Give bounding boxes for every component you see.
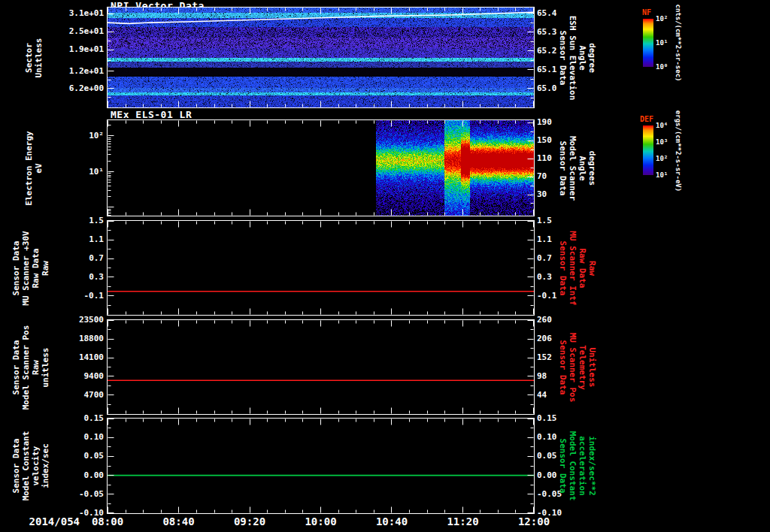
panel-5-plot: [107, 418, 535, 514]
panel-3-right-axis-title-text: Raw Raw Data MU Scanner Intf Sensor Data: [558, 231, 597, 305]
nf-colorbar-tick-label: 10⁰: [656, 63, 678, 71]
panel-4-y-tick-label: 9400: [44, 372, 104, 381]
panel-4-right-axis-title: Unitless Telemetry MU Scanner Pos Sensor…: [553, 320, 602, 414]
panel-3-left-axis-title-text: Sensor Data MU Scanner +30V Raw Data Raw: [11, 231, 50, 305]
x-tick-label: 10:40: [369, 516, 414, 527]
panel-5-y-tick-label: 0.05: [44, 452, 104, 461]
panel-4-right-axis-title-text: Unitless Telemetry MU Scanner Pos Sensor…: [558, 332, 597, 402]
panel-4-left-axis-title: Sensor Data Model Scanner Pos Raw unitle…: [9, 320, 53, 414]
nf-colorbar-tick-label: 10¹: [656, 39, 678, 47]
x-tick-label: 09:20: [227, 516, 272, 527]
panel-1-y-tick-label: 6.2e+00: [44, 84, 104, 93]
panel-3-y-tick-label: 1.1: [44, 235, 104, 244]
panel-3-y-tick-label: 1.5: [44, 216, 104, 225]
panel-3-y-tick-label: -0.1: [44, 292, 104, 301]
x-tick-label: 10:00: [299, 516, 344, 527]
panel-5-y-tick-label: 0.00: [44, 471, 104, 480]
panel-3-y-tick-label: 0.7: [44, 254, 104, 263]
x-tick-label: 11:20: [441, 516, 486, 527]
nf-colorbar-gradient: [643, 19, 653, 67]
panel-5-left-axis-title-text: Sensor Data Model Constant velocity inde…: [11, 431, 50, 501]
panel-3-y-tick-label: 0.3: [44, 273, 104, 282]
date-label: 2014/054: [14, 516, 80, 527]
panel-2-title: MEx ELS-01 LR: [111, 109, 192, 120]
panel-2-y-tick-label: 10¹: [44, 168, 104, 177]
panel-4-y-tick-label: 23500: [44, 316, 104, 325]
def-colorbar-tick-label: 10²: [656, 155, 678, 162]
panel-3-plot: [107, 220, 535, 316]
cdf-plot-screen: NPI Vector Data MEx ELS-01 LR NF cnts/(c…: [0, 0, 770, 532]
panel-5-right-axis-title-text: index/sec**2 acceleration Model Constant…: [558, 431, 597, 501]
panel-1-y-tick-label: 2.5e+01: [44, 27, 104, 36]
panel-1-right-axis-title-text: degree Angle ESH Sun Elevation Sensor Da…: [558, 15, 597, 100]
panel-4-y-tick-label: 14100: [44, 353, 104, 362]
panel-2-right-axis-title: degrees Angle Model Scanner Sensor Data: [553, 120, 602, 216]
x-tick-label: 12:00: [511, 516, 556, 527]
panel-2-left-axis-title: Electron Energy eV: [20, 120, 48, 216]
nf-colorbar-tick-label: 10²: [656, 15, 678, 23]
panel-2-spectrogram: [107, 119, 535, 216]
panel-2-y-tick-label: 10²: [44, 131, 104, 141]
panel-2-left-axis-title-text: Electron Energy eV: [24, 131, 44, 205]
panel-4-y-tick-label: 18800: [44, 334, 104, 343]
panel-1-y-tick-label: 1.9e+01: [44, 45, 104, 54]
x-tick-label: 08:40: [156, 516, 202, 527]
panel-5-y-tick-label: 0.15: [44, 414, 104, 423]
panel-1-left-axis-title-text: Sector Unitless: [24, 38, 44, 77]
panel-3-left-axis-title: Sensor Data MU Scanner +30V Raw Data Raw: [9, 221, 53, 315]
panel-1-left-axis-title: Sector Unitless: [20, 8, 48, 107]
def-colorbar-gradient: [643, 125, 653, 175]
def-colorbar-tick-label: 10³: [656, 138, 678, 146]
def-colorbar-tick-label: 10¹: [656, 171, 678, 179]
panel-5-y-tick-label: 0.10: [44, 433, 104, 442]
panel-5-y-tick-label: -0.05: [44, 490, 104, 499]
panel-1-y-tick-label: 3.1e+01: [44, 9, 104, 18]
panel-5-left-axis-title: Sensor Data Model Constant velocity inde…: [9, 419, 53, 513]
nf-colorbar-title: NF: [642, 8, 651, 17]
panel-4-left-axis-title-text: Sensor Data Model Scanner Pos Raw unitle…: [11, 325, 50, 410]
panel-1-spectrogram: [107, 7, 535, 108]
x-tick-label: 08:00: [85, 516, 130, 527]
panel-2-right-axis-title-text: degrees Angle Model Scanner Sensor Data: [558, 135, 597, 200]
panel-1-right-axis-title: degree Angle ESH Sun Elevation Sensor Da…: [553, 8, 602, 107]
panel-4-y-tick-label: 4700: [44, 391, 104, 400]
panel-5-right-axis-title: index/sec**2 acceleration Model Constant…: [553, 419, 602, 513]
panel-1-y-tick-label: 1.2e+01: [44, 67, 104, 76]
panel-3-right-axis-title: Raw Raw Data MU Scanner Intf Sensor Data: [553, 221, 602, 315]
panel-4-plot: [107, 319, 535, 415]
def-colorbar-tick-label: 10⁴: [656, 122, 678, 129]
def-colorbar-title: DEF: [640, 115, 653, 123]
